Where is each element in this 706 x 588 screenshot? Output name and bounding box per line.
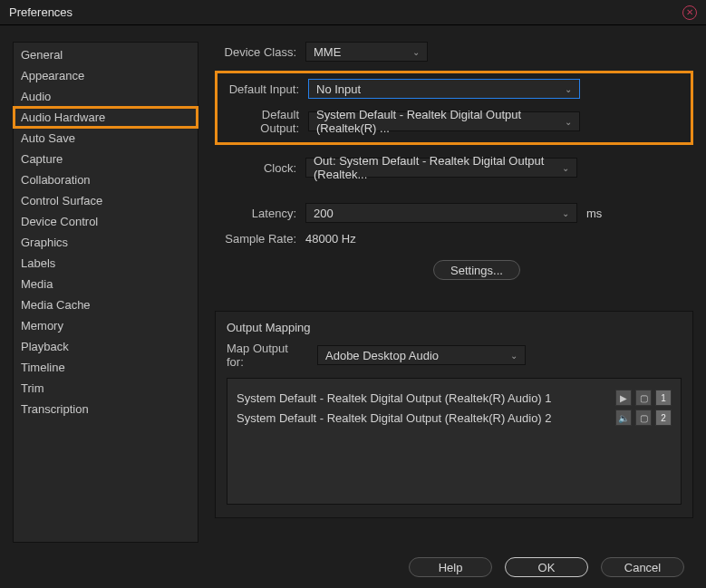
channel-number[interactable]: 2 xyxy=(655,410,672,426)
output-mapping-group: Output Mapping Map Output for: Adobe Des… xyxy=(215,311,693,518)
mapping-list: System Default - Realtek Digital Output … xyxy=(227,378,682,505)
dropdown-value: No Input xyxy=(316,82,361,96)
cancel-button[interactable]: Cancel xyxy=(601,557,684,577)
chevron-down-icon: ⌄ xyxy=(565,84,572,94)
speaker-icon[interactable]: 🔈 xyxy=(615,410,632,426)
row-device-class: Device Class: MME ⌄ xyxy=(215,42,693,62)
sidebar-item-audio[interactable]: Audio xyxy=(14,86,198,107)
output-mapping-title: Output Mapping xyxy=(227,321,682,334)
row-map-output: Map Output for: Adobe Desktop Audio ⌄ xyxy=(227,342,682,369)
sidebar-item-timeline[interactable]: Timeline xyxy=(14,357,198,378)
sidebar-item-media[interactable]: Media xyxy=(14,274,198,294)
latency-unit: ms xyxy=(586,207,602,220)
dropdown-value: Adobe Desktop Audio xyxy=(325,349,439,362)
label-map-output: Map Output for: xyxy=(227,342,308,369)
map-icon[interactable]: ▢ xyxy=(635,410,652,426)
sidebar: General Appearance Audio Audio Hardware … xyxy=(13,42,198,543)
sidebar-item-memory[interactable]: Memory xyxy=(14,315,198,336)
dropdown-default-output[interactable]: System Default - Realtek Digital Output … xyxy=(308,111,580,131)
ok-button[interactable]: OK xyxy=(505,557,588,577)
main-panel: Device Class: MME ⌄ Default Input: No In… xyxy=(215,42,693,543)
row-settings: Settings... xyxy=(215,260,693,280)
sidebar-item-transcription[interactable]: Transcription xyxy=(14,399,198,419)
body: General Appearance Audio Audio Hardware … xyxy=(0,25,706,588)
label-sample-rate: Sample Rate: xyxy=(215,232,296,246)
dropdown-value: MME xyxy=(314,45,341,59)
label-default-output: Default Output: xyxy=(223,108,299,135)
mapping-row: System Default - Realtek Digital Output … xyxy=(237,408,672,428)
label-latency: Latency: xyxy=(215,207,296,220)
settings-button[interactable]: Settings... xyxy=(433,260,520,280)
window-title: Preferences xyxy=(9,5,73,19)
sidebar-item-trim[interactable]: Trim xyxy=(14,378,198,399)
sidebar-item-labels[interactable]: Labels xyxy=(14,253,198,274)
help-button[interactable]: Help xyxy=(409,557,492,577)
chevron-down-icon: ⌄ xyxy=(510,351,517,361)
sidebar-item-audio-hardware[interactable]: Audio Hardware xyxy=(14,107,198,128)
sidebar-item-graphics[interactable]: Graphics xyxy=(14,232,198,253)
titlebar: Preferences ✕ xyxy=(0,0,706,25)
map-icon[interactable]: ▢ xyxy=(635,390,652,406)
dropdown-device-class[interactable]: MME ⌄ xyxy=(305,42,428,62)
row-default-output: Default Output: System Default - Realtek… xyxy=(223,108,682,135)
chevron-down-icon: ⌄ xyxy=(565,117,572,127)
dropdown-clock[interactable]: Out: System Default - Realtek Digital Ou… xyxy=(305,158,577,178)
chevron-down-icon: ⌄ xyxy=(562,163,569,173)
channel-number[interactable]: 1 xyxy=(655,390,672,406)
close-icon: ✕ xyxy=(686,7,693,17)
sidebar-item-playback[interactable]: Playback xyxy=(14,336,198,357)
sidebar-item-collaboration[interactable]: Collaboration xyxy=(14,169,198,190)
sidebar-item-media-cache[interactable]: Media Cache xyxy=(14,294,198,315)
row-clock: Clock: Out: System Default - Realtek Dig… xyxy=(215,158,693,178)
dropdown-value: Out: System Default - Realtek Digital Ou… xyxy=(314,154,562,181)
row-sample-rate: Sample Rate: 48000 Hz xyxy=(215,232,693,246)
dropdown-value: System Default - Realtek Digital Output … xyxy=(316,108,565,135)
sidebar-item-control-surface[interactable]: Control Surface xyxy=(14,190,198,211)
footer: Help OK Cancel xyxy=(409,557,684,577)
dropdown-value: 200 xyxy=(314,207,334,220)
chevron-down-icon: ⌄ xyxy=(562,208,569,218)
row-latency: Latency: 200 ⌄ ms xyxy=(215,203,693,223)
label-device-class: Device Class: xyxy=(215,45,296,59)
sidebar-item-appearance[interactable]: Appearance xyxy=(14,65,198,86)
mapping-row-name: System Default - Realtek Digital Output … xyxy=(237,391,552,405)
sidebar-item-general[interactable]: General xyxy=(14,44,198,65)
dropdown-latency[interactable]: 200 ⌄ xyxy=(305,203,577,223)
label-default-input: Default Input: xyxy=(223,82,299,96)
mapping-row-controls: 🔈 ▢ 2 xyxy=(615,410,672,426)
sidebar-item-auto-save[interactable]: Auto Save xyxy=(14,128,198,149)
preferences-window: Preferences ✕ General Appearance Audio A… xyxy=(0,0,706,588)
chevron-down-icon: ⌄ xyxy=(412,47,420,57)
mapping-row-name: System Default - Realtek Digital Output … xyxy=(237,411,552,425)
dropdown-default-input[interactable]: No Input ⌄ xyxy=(308,79,580,99)
mapping-row: System Default - Realtek Digital Output … xyxy=(237,388,672,408)
highlight-input-output: Default Input: No Input ⌄ Default Output… xyxy=(215,71,693,145)
sidebar-item-device-control[interactable]: Device Control xyxy=(14,211,198,232)
mapping-row-controls: ▶ ▢ 1 xyxy=(615,390,672,406)
sample-rate-value: 48000 Hz xyxy=(305,232,356,246)
row-default-input: Default Input: No Input ⌄ xyxy=(223,79,682,99)
dropdown-map-output[interactable]: Adobe Desktop Audio ⌄ xyxy=(317,345,526,365)
sidebar-item-capture[interactable]: Capture xyxy=(14,149,198,169)
label-clock: Clock: xyxy=(215,161,296,175)
play-icon[interactable]: ▶ xyxy=(615,390,632,406)
close-button[interactable]: ✕ xyxy=(682,5,697,20)
